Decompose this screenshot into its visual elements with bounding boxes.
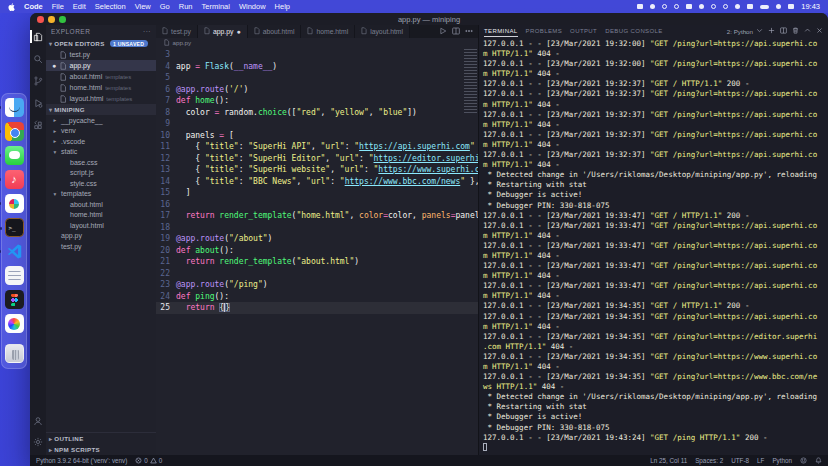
close-panel-icon[interactable] [816, 27, 823, 35]
menu-item-terminal[interactable]: Terminal [202, 2, 230, 11]
menu-item-edit[interactable]: Edit [73, 2, 86, 11]
feedback-smiley-icon[interactable] [800, 457, 807, 464]
bluetooth-icon[interactable] [747, 4, 753, 9]
terminal-dock-icon[interactable]: >_ [5, 218, 24, 237]
messages-dock-icon[interactable] [5, 146, 24, 165]
code-line[interactable]: 13 { "title": "SuperHi website", "url": … [156, 164, 478, 176]
battery-icon[interactable] [760, 5, 769, 9]
tree-item[interactable]: style.css [46, 178, 156, 189]
code-line[interactable]: 14 { "title": "BBC News", "url": "https:… [156, 176, 478, 188]
status-utf-8[interactable]: UTF-8 [731, 457, 749, 464]
tree-item[interactable]: app.py [46, 231, 156, 242]
status-python[interactable]: Python [772, 457, 792, 464]
more-icon[interactable] [465, 27, 473, 36]
chat-icon[interactable] [699, 4, 704, 9]
code-line[interactable]: 15 ] [156, 187, 478, 199]
vscode-dock-icon[interactable] [5, 242, 24, 261]
open-editor-item[interactable]: layout.htmltemplates [46, 93, 156, 104]
code-line[interactable]: 9 [156, 118, 478, 130]
open-editor-item[interactable]: home.htmltemplates [46, 82, 156, 93]
explorer-icon[interactable] [30, 30, 46, 43]
open-editor-item[interactable]: ●app.py [46, 60, 156, 71]
panel-tab-debug-console[interactable]: DEBUG CONSOLE [605, 25, 663, 37]
tree-item[interactable]: ▸__pycache__ [46, 115, 156, 126]
python-interpreter-status[interactable]: Python 3.9.2 64-bit ('venv': venv) [36, 457, 127, 464]
tab-layout.html[interactable]: layout.html [355, 25, 410, 38]
music-dock-icon[interactable]: ♪ [5, 170, 24, 189]
tree-item[interactable]: about.html [46, 199, 156, 210]
media-dock-icon[interactable] [5, 314, 24, 333]
code-line[interactable]: 22 [156, 268, 478, 280]
tree-item[interactable]: ▾static [46, 147, 156, 158]
assistant-icon[interactable] [674, 4, 679, 9]
code-line[interactable]: 6@app.route('/') [156, 84, 478, 96]
split-terminal-icon[interactable] [780, 27, 787, 35]
wifi-icon[interactable] [776, 4, 781, 9]
phone-icon[interactable] [735, 4, 740, 9]
code-line[interactable]: 3 [156, 49, 478, 61]
code-line[interactable]: 8 color = random.choice(["red", "yellow"… [156, 107, 478, 119]
debug-icon[interactable] [30, 96, 46, 109]
scm-icon[interactable] [30, 74, 46, 87]
menu-item-code[interactable]: Code [24, 2, 43, 11]
tree-item[interactable]: layout.html [46, 220, 156, 231]
code-line[interactable]: 16 [156, 199, 478, 211]
tree-item[interactable]: base.css [46, 157, 156, 168]
status-spaces[interactable]: Spaces: 2 [695, 457, 723, 464]
menu-item-selection[interactable]: Selection [95, 2, 126, 11]
code-line[interactable]: 21 return render_template("about.html") [156, 256, 478, 268]
tab-about.html[interactable]: about.html [248, 25, 302, 38]
settings-icon[interactable] [30, 435, 46, 448]
code-line[interactable]: 23@app.route("/ping") [156, 279, 478, 291]
code-line[interactable]: 11 { "title": "SuperHi API", "url": "htt… [156, 141, 478, 153]
slack-dock-icon[interactable] [5, 194, 24, 213]
section-outline[interactable]: ▸OUTLINE [46, 433, 156, 444]
control-center-icon[interactable] [788, 4, 794, 9]
apple-menu-icon[interactable] [8, 3, 15, 11]
globe-icon[interactable] [662, 4, 667, 9]
new-terminal-icon[interactable] [768, 27, 775, 35]
workspace-header[interactable]: ▾ MINIPING [46, 104, 156, 115]
split-editor-icon[interactable] [452, 27, 460, 36]
tree-item[interactable]: ▸venv [46, 126, 156, 137]
code-line[interactable]: 10 panels = [ [156, 130, 478, 142]
finder-dock-icon[interactable] [5, 98, 24, 117]
section-npm-scripts[interactable]: ▸NPM SCRIPTS [46, 444, 156, 455]
search-icon[interactable] [30, 52, 46, 65]
views-more-icon[interactable]: ··· [143, 28, 151, 35]
tree-item[interactable]: script.js [46, 168, 156, 179]
code-line[interactable]: 7def home(): [156, 95, 478, 107]
figma-dock-icon[interactable] [5, 290, 24, 309]
open-editor-item[interactable]: test.py [46, 49, 156, 60]
panel-tab-problems[interactable]: PROBLEMS [526, 25, 563, 37]
code-editor[interactable]: 34app = Flask(__name__)56@app.route('/')… [156, 47, 478, 455]
code-line[interactable]: 19@app.route("/about") [156, 233, 478, 245]
tree-item[interactable]: test.py [46, 241, 156, 252]
menu-item-go[interactable]: Go [160, 2, 170, 11]
tab-test.py[interactable]: test.py [156, 25, 198, 38]
menu-item-window[interactable]: Window [239, 2, 266, 11]
code-line[interactable]: 4app = Flask(__name__) [156, 61, 478, 73]
open-editor-item[interactable]: about.htmltemplates [46, 71, 156, 82]
window-title-bar[interactable]: app.py — miniping [30, 13, 828, 25]
contrast-icon[interactable] [723, 4, 728, 9]
menu-item-run[interactable]: Run [179, 2, 193, 11]
menu-item-view[interactable]: View [135, 2, 151, 11]
tab-home.html[interactable]: home.html [301, 25, 355, 38]
maximize-panel-icon[interactable] [804, 27, 811, 35]
code-line[interactable]: 24def ping(): [156, 291, 478, 303]
code-line[interactable]: 25 return {} [156, 302, 478, 314]
clock[interactable]: 19:43 [801, 2, 820, 11]
code-line[interactable]: 17 return render_template("home.html", c… [156, 210, 478, 222]
code-line[interactable]: 18 [156, 222, 478, 234]
code-line[interactable]: 5 [156, 72, 478, 84]
panel-tab-terminal[interactable]: TERMINAL [484, 25, 518, 37]
menu-item-file[interactable]: File [52, 2, 64, 11]
menu-item-help[interactable]: Help [275, 2, 290, 11]
tab-app.py[interactable]: app.py● [198, 25, 248, 38]
panel-tab-output[interactable]: OUTPUT [570, 25, 597, 37]
open-editors-header[interactable]: ▾ OPEN EDITORS 1 UNSAVED [46, 38, 156, 49]
extensions-icon[interactable] [30, 118, 46, 131]
trash-dock-icon[interactable] [5, 344, 24, 363]
account-icon[interactable] [30, 414, 46, 427]
